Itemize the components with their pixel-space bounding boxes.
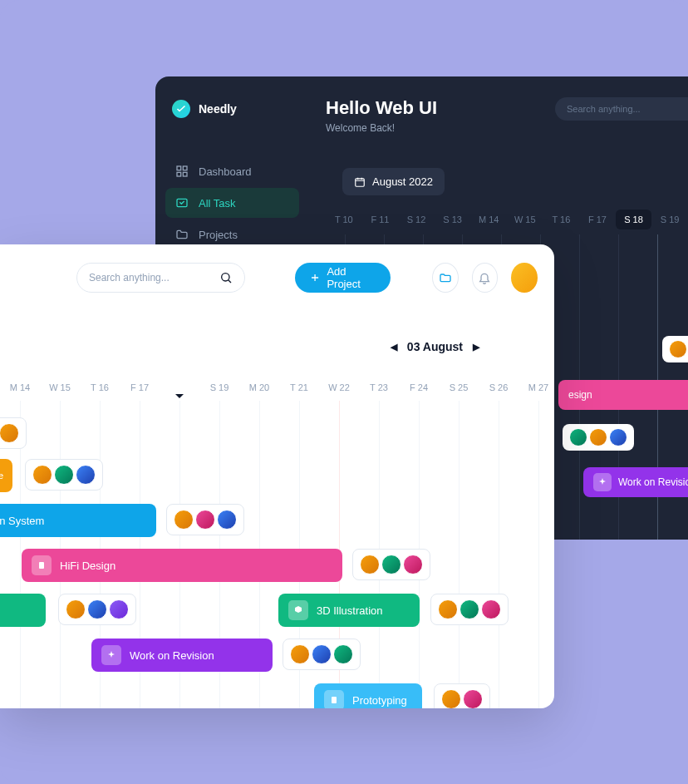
task-label: Work on Revision	[130, 649, 214, 662]
search-input[interactable]: Search anything...	[76, 263, 245, 293]
add-project-button[interactable]: Add Project	[295, 263, 390, 293]
plus-icon	[310, 272, 320, 284]
search-placeholder: Search anything...	[567, 104, 641, 114]
day-header[interactable]: M 27	[518, 377, 554, 397]
assignee-group[interactable]	[25, 459, 103, 491]
day-header[interactable]: M 14	[0, 377, 40, 397]
calendar-icon	[354, 176, 366, 188]
day-header[interactable]: F 17	[120, 377, 160, 397]
day-header-active[interactable]: S 18	[616, 210, 652, 229]
day-header[interactable]: S 19	[199, 377, 239, 397]
day-header-active[interactable]: S 18	[160, 377, 199, 397]
sidebar-item-dashboard[interactable]: Dashboard	[165, 156, 299, 186]
svg-rect-2	[177, 172, 181, 176]
day-header[interactable]: T 16	[543, 210, 580, 229]
sidebar-item-label: Dashboard	[199, 165, 252, 178]
timeline-dark: T 10 F 11 S 12 S 13 M 14 W 15 T 16 F 17 …	[326, 210, 688, 229]
assignee-group[interactable]	[283, 639, 361, 670]
day-header[interactable]: T 16	[80, 377, 120, 397]
avatar	[195, 510, 215, 530]
avatar	[403, 555, 423, 574]
task-label: Prototyping	[352, 694, 407, 707]
avatar	[66, 599, 86, 619]
assignee-group[interactable]	[430, 594, 509, 625]
task-label: gn System	[0, 515, 44, 527]
avatar	[669, 340, 687, 358]
toolbar: Search anything... Add Project	[76, 263, 538, 293]
dashboard-icon	[175, 165, 189, 178]
task-bar-design[interactable]: esign	[558, 380, 688, 410]
task-label: 3D Illustration	[317, 604, 382, 617]
day-header[interactable]: M 14	[470, 210, 507, 229]
avatar	[76, 465, 96, 485]
day-header[interactable]: T 10	[326, 210, 362, 229]
task-label: HiFi Design	[60, 560, 115, 572]
task-bar-3d-illustration[interactable]: 3D Illustration	[278, 594, 420, 627]
day-header[interactable]: M 20	[239, 377, 279, 397]
task-bar-hifi-design[interactable]: HiFi Design	[22, 549, 342, 582]
day-header-row: T 10 F 11 S 12 S 13 M 14 W 15 T 16 F 17 …	[326, 210, 688, 229]
assignee-group[interactable]	[58, 594, 136, 625]
avatar	[589, 428, 607, 446]
bell-icon	[478, 271, 491, 284]
header: Hello Web UI Welcome Back!	[326, 97, 437, 134]
assignee-group[interactable]	[563, 424, 634, 451]
assignee-group[interactable]	[0, 417, 27, 449]
day-header[interactable]: S 25	[439, 377, 479, 397]
sidebar-item-all-task[interactable]: All Task	[165, 188, 299, 218]
sparkle-icon	[593, 473, 612, 491]
task-bar-revision[interactable]: Work on Revision	[583, 467, 688, 497]
task-bar[interactable]	[0, 594, 46, 627]
day-header[interactable]: W 15	[507, 210, 543, 229]
folder-icon	[439, 271, 452, 284]
day-header[interactable]: F 24	[399, 377, 439, 397]
month-label: August 2022	[372, 175, 433, 188]
day-header[interactable]: S 19	[651, 210, 688, 229]
svg-rect-6	[356, 178, 365, 185]
task-bar-design-system[interactable]: gn System	[0, 504, 156, 537]
task-bar-revision[interactable]: Work on Revision	[91, 639, 273, 672]
avatar	[54, 465, 74, 485]
day-header[interactable]: W 15	[40, 377, 80, 397]
day-header[interactable]: F 11	[362, 210, 399, 229]
avatar	[360, 555, 380, 574]
task-bar-wireframe[interactable]: ne	[0, 459, 12, 492]
folder-icon	[175, 228, 189, 241]
svg-point-7	[222, 274, 229, 281]
task-bar-prototyping[interactable]: Prototyping	[314, 683, 422, 708]
cube-icon	[288, 600, 308, 620]
svg-rect-1	[183, 166, 187, 170]
search-icon	[219, 271, 233, 284]
day-header[interactable]: F 17	[579, 210, 616, 229]
day-header[interactable]: T 21	[279, 377, 319, 397]
add-project-label: Add Project	[327, 265, 375, 290]
notifications-button[interactable]	[472, 263, 499, 293]
sparkle-icon	[101, 645, 121, 665]
avatar	[32, 465, 52, 485]
month-selector[interactable]: August 2022	[342, 168, 445, 195]
day-header[interactable]: T 23	[359, 377, 399, 397]
svg-rect-9	[332, 697, 337, 703]
day-header[interactable]: S 13	[435, 210, 471, 229]
day-header[interactable]: S 26	[479, 377, 518, 397]
archive-button[interactable]	[432, 263, 459, 293]
avatar	[174, 510, 194, 530]
assignee-group[interactable]	[434, 683, 490, 708]
light-app-panel: Search anything... Add Project ◀ 03 Augu…	[0, 244, 554, 708]
day-header[interactable]: W 22	[319, 377, 359, 397]
day-header[interactable]: S 12	[398, 210, 435, 229]
avatar	[87, 599, 107, 619]
avatar	[381, 555, 401, 574]
avatar	[312, 644, 332, 664]
prev-date-button[interactable]: ◀	[391, 342, 397, 353]
user-avatar[interactable]	[511, 263, 538, 293]
svg-rect-8	[39, 562, 44, 569]
assignee-group[interactable]	[166, 504, 244, 535]
search-input[interactable]: Search anything...	[555, 97, 688, 121]
next-date-button[interactable]: ▶	[473, 342, 479, 353]
task-label: esign	[568, 389, 592, 401]
brand: Needly	[165, 100, 299, 118]
day-header-row: M 14 W 15 T 16 F 17 S 18 S 19 M 20 T 21 …	[0, 377, 554, 397]
assignee-group[interactable]	[662, 336, 688, 362]
assignee-group[interactable]	[352, 549, 430, 580]
